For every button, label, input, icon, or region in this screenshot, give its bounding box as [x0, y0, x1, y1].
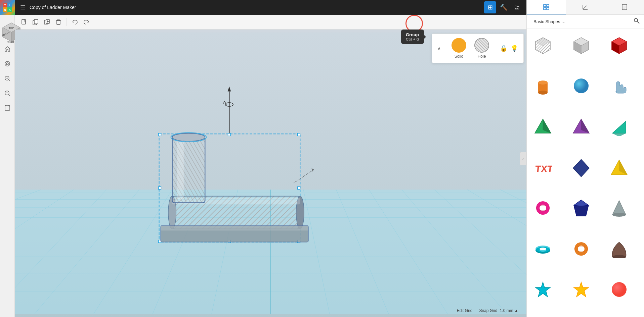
right-panel: Basic Shapes ⌄	[526, 0, 644, 317]
shape-star-yellow[interactable]	[568, 276, 595, 303]
title-bar: ☰ Copy of Ladder Maker	[15, 4, 484, 11]
svg-text:TXT: TXT	[535, 164, 552, 174]
logo[interactable]: T I N K	[0, 0, 15, 15]
svg-marker-153	[574, 282, 589, 297]
shape-paraboloid-brown[interactable]	[606, 235, 633, 262]
svg-rect-44	[5, 106, 10, 110]
redo-button[interactable]	[81, 17, 92, 28]
shape-text-red[interactable]: TXT	[529, 154, 556, 181]
category-chevron-icon: ⌄	[562, 19, 565, 24]
solid-hole-panel: ∧ Solid Hole 🔒 💡	[432, 34, 524, 63]
vertical-cylinder[interactable]	[172, 133, 205, 203]
shapes-search: Basic Shapes ⌄	[527, 15, 644, 29]
shape-cylinder-orange[interactable]	[529, 72, 556, 99]
shape-ring-blue[interactable]	[529, 235, 556, 262]
shape-wedge-teal[interactable]	[606, 113, 633, 140]
svg-rect-2	[34, 19, 38, 24]
svg-line-106	[583, 6, 587, 9]
solid-label: Solid	[455, 54, 464, 59]
svg-rect-80	[298, 187, 300, 190]
undo-button[interactable]	[70, 17, 80, 28]
svg-point-35	[5, 61, 10, 66]
viewport-controls: TOP RIGHT RIGHT	[0, 15, 15, 317]
svg-rect-73	[159, 133, 161, 136]
group-tooltip-label: Group	[406, 32, 419, 37]
svg-marker-131	[612, 133, 626, 136]
svg-point-95	[172, 133, 205, 141]
group-tooltip-shortcut: Ctrl + G	[406, 37, 419, 41]
delete-button[interactable]	[53, 17, 64, 28]
svg-point-149	[578, 246, 585, 252]
shape-hand[interactable]	[606, 72, 633, 99]
home-btn[interactable]	[0, 42, 15, 56]
svg-point-125	[574, 78, 589, 93]
shape-pyramid-yellow[interactable]	[606, 154, 633, 181]
shape-gem-blue[interactable]	[568, 195, 595, 221]
svg-rect-103	[547, 7, 549, 10]
canvas-area[interactable]: Edit Grid Snap Grid 1.0 mm ▲	[15, 30, 526, 317]
snap-grid-label: Snap Grid 1.0 mm ▲	[479, 308, 518, 313]
lock-icon[interactable]: 🔒	[500, 45, 507, 52]
logo-n: N	[3, 7, 7, 12]
build-btn[interactable]: 🔨	[498, 1, 510, 13]
snap-chevron-icon[interactable]: ▲	[514, 308, 518, 313]
bottom-status: Edit Grid Snap Grid 1.0 mm ▲	[30, 306, 524, 316]
svg-marker-152	[535, 282, 550, 297]
svg-rect-74	[298, 133, 300, 136]
svg-point-111	[634, 18, 638, 22]
edit-grid-label[interactable]: Edit Grid	[457, 308, 473, 313]
snap-value[interactable]: 1.0 mm	[500, 308, 513, 313]
tab-angle[interactable]	[566, 0, 605, 14]
search-button[interactable]	[633, 17, 640, 26]
svg-text:TOP: TOP	[8, 27, 14, 30]
tab-shapes[interactable]	[527, 0, 566, 14]
svg-point-36	[6, 63, 8, 65]
shape-box-red[interactable]	[606, 32, 633, 58]
shape-category-selector[interactable]: Basic Shapes ⌄	[531, 18, 568, 25]
shape-prism-blue[interactable]	[568, 154, 595, 181]
panel-collapse-button[interactable]: ›	[520, 152, 526, 165]
shape-torus-orange[interactable]	[568, 235, 595, 262]
svg-rect-100	[544, 4, 546, 7]
svg-rect-77	[228, 133, 231, 136]
shape-pyramid-purple[interactable]	[568, 113, 595, 140]
group-tooltip: Group Ctrl + G	[401, 30, 424, 44]
svg-rect-7	[57, 21, 60, 24]
zoom-out-btn[interactable]	[0, 86, 15, 101]
solid-circle-icon	[452, 38, 466, 53]
sim-btn[interactable]: 🗂	[511, 1, 523, 13]
shape-box-striped[interactable]	[529, 32, 556, 58]
solid-option[interactable]: Solid	[452, 38, 466, 59]
copy-button[interactable]	[30, 17, 41, 28]
zoom-in-btn[interactable]	[0, 71, 15, 86]
3d-scene	[15, 30, 526, 317]
svg-rect-0	[22, 19, 26, 24]
bulb-icon[interactable]: 💡	[511, 45, 518, 52]
right-panel-tabs	[527, 0, 644, 15]
svg-point-154	[612, 282, 627, 297]
history-tools	[70, 17, 92, 28]
svg-line-43	[9, 95, 10, 96]
hole-option[interactable]: Hole	[474, 38, 489, 59]
tab-notes[interactable]	[605, 0, 644, 14]
logo-k: K	[7, 7, 12, 12]
hamburger-icon[interactable]: ☰	[20, 4, 26, 11]
shape-ball-red[interactable]	[606, 276, 633, 303]
view-grid-btn[interactable]: ⊞	[484, 1, 496, 13]
shape-box-gray[interactable]	[568, 32, 595, 58]
svg-marker-130	[612, 121, 626, 133]
shapes-grid: TXT	[527, 29, 644, 317]
svg-marker-141	[574, 200, 589, 206]
shape-sphere-blue[interactable]	[568, 72, 595, 99]
duplicate-button[interactable]	[42, 17, 52, 28]
svg-marker-142	[612, 201, 626, 215]
fit-btn[interactable]	[0, 101, 15, 115]
rotate-btn[interactable]	[0, 56, 15, 71]
shape-torus-pink[interactable]	[529, 195, 556, 221]
svg-marker-133	[573, 159, 589, 177]
svg-line-112	[637, 21, 639, 23]
shape-star-teal[interactable]	[529, 276, 556, 303]
shape-cone-gray[interactable]	[606, 195, 633, 221]
panel-expand-btn[interactable]: ∧	[437, 46, 441, 51]
shape-pyramid-green[interactable]	[529, 113, 556, 140]
